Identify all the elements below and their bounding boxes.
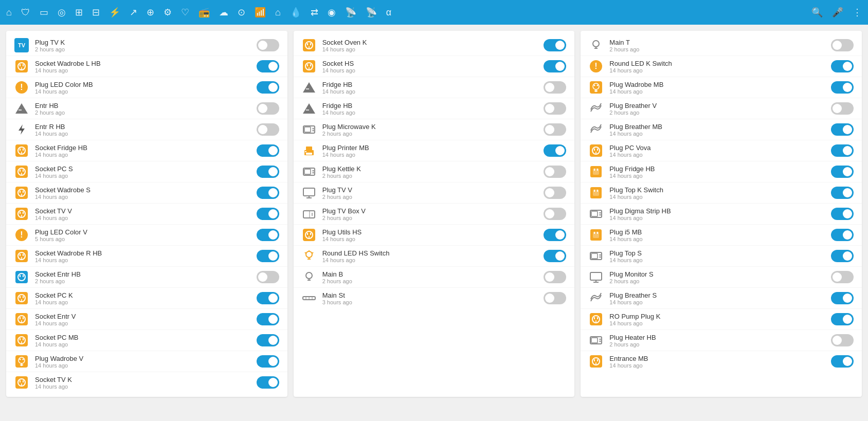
device-time: 2 hours ago [322,194,538,200]
filter-icon[interactable]: ⊟ [92,7,100,18]
device-toggle[interactable] [544,144,566,157]
device-toggle[interactable] [544,292,566,304]
heart-icon[interactable]: ♡ [181,7,189,18]
device-toggle[interactable] [257,102,279,115]
water-icon[interactable]: 💧 [290,7,301,18]
device-icon-tv: TV [14,38,29,52]
svg-rect-90 [304,169,311,174]
device-icon-socket-yellow [14,291,29,305]
device-icon-socket-yellow [14,164,29,179]
device-name: Socket PC S [35,165,250,173]
circle2-icon[interactable]: ⊙ [238,7,245,18]
device-toggle[interactable] [544,60,566,72]
svg-point-144 [600,214,601,216]
device-toggle[interactable] [257,208,279,220]
broadcast-icon[interactable]: 📡 [345,7,356,18]
device-toggle[interactable] [831,39,854,51]
device-toggle[interactable] [544,102,566,115]
device-toggle[interactable] [831,123,854,136]
device-name: Plug Breather V [609,102,825,109]
menu-dots-icon[interactable]: ⋮ [853,7,862,18]
device-toggle[interactable] [257,271,279,283]
device-toggle[interactable] [544,166,566,178]
svg-rect-162 [591,338,598,343]
device-name: Entr HB [35,102,250,109]
device-info: Socket Entr HB2 hours ago [35,270,250,284]
device-toggle[interactable] [831,187,854,199]
device-row: Plug TV V2 hours ago [294,182,575,204]
device-toggle[interactable] [257,60,279,72]
antenna-icon[interactable]: 📡 [366,7,377,18]
device-toggle[interactable] [544,271,566,283]
circle-icon[interactable]: ⊕ [147,7,154,18]
device-info: Entr R HB14 hours ago [35,123,250,137]
device-icon-printer [302,143,316,158]
device-toggle[interactable] [831,81,854,94]
device-icon-socket-yellow [589,312,603,326]
device-toggle[interactable] [257,376,279,389]
grid-icon[interactable]: ⊞ [75,7,83,18]
device-icon-microwave [302,164,316,179]
alpha-icon[interactable]: α [386,7,391,18]
device-toggle[interactable] [257,313,279,325]
device-toggle[interactable] [257,81,279,94]
record-icon[interactable]: ◉ [328,7,336,18]
device-name: Plug Digma Strip HB [609,207,825,215]
window-icon[interactable]: ▭ [40,7,48,18]
device-toggle[interactable] [544,229,566,241]
device-toggle[interactable] [257,250,279,262]
device-toggle[interactable] [831,102,854,115]
device-info: Socket Entr V14 hours ago [35,313,250,326]
device-toggle[interactable] [544,187,566,199]
device-time: 14 hours ago [609,88,825,95]
device-toggle[interactable] [831,229,854,241]
lightning-icon[interactable]: ⚡ [109,7,120,18]
transfer-icon[interactable]: ⇄ [311,7,318,18]
device-toggle[interactable] [544,81,566,94]
home-icon[interactable]: ⌂ [6,7,12,18]
svg-rect-165 [590,355,602,368]
device-toggle[interactable] [831,313,854,325]
device-toggle[interactable] [544,39,566,51]
device-icon-plug-rect-yellow [589,164,603,179]
mic-icon[interactable]: 🎤 [832,7,843,18]
device-toggle[interactable] [831,250,854,262]
device-toggle[interactable] [831,60,854,72]
settings-icon[interactable]: ⚙ [164,7,172,18]
device-toggle[interactable] [257,39,279,51]
device-icon-fridge [14,101,29,116]
shield-icon[interactable]: 🛡 [21,7,30,18]
device-toggle[interactable] [831,292,854,304]
device-icon-alert-yellow: ! [14,80,29,95]
target-icon[interactable]: ◎ [58,7,66,18]
device-time: 2 hours ago [35,278,250,284]
device-toggle[interactable] [544,123,566,136]
device-toggle[interactable] [831,334,854,346]
device-toggle[interactable] [257,292,279,304]
device-toggle[interactable] [831,355,854,368]
search-icon[interactable]: 🔍 [811,7,823,18]
wifi-icon[interactable]: 📶 [255,7,266,18]
cloud-icon[interactable]: ☁ [219,7,228,18]
nav-right-actions: 🔍 🎤 ⋮ [811,7,862,18]
device-toggle[interactable] [831,271,854,283]
device-name: Round LED HS Switch [322,249,538,257]
device-row: !Plug LED Color MB14 hours ago [6,77,287,98]
device-toggle[interactable] [831,144,854,157]
device-toggle[interactable] [257,187,279,199]
device-toggle[interactable] [257,355,279,368]
house-icon[interactable]: ⌂ [275,7,281,18]
device-toggle[interactable] [257,334,279,346]
device-name: Socket Wadrobe S [35,186,250,194]
device-toggle[interactable] [544,250,566,262]
arrow-icon[interactable]: ↗ [130,7,137,18]
device-icon-monitor [589,270,603,284]
device-toggle[interactable] [544,208,566,220]
device-toggle[interactable] [257,166,279,178]
device-toggle[interactable] [257,229,279,241]
device-toggle[interactable] [257,144,279,157]
radio-icon[interactable]: 📻 [198,7,210,18]
device-toggle[interactable] [831,208,854,220]
device-toggle[interactable] [831,166,854,178]
device-toggle[interactable] [257,123,279,136]
